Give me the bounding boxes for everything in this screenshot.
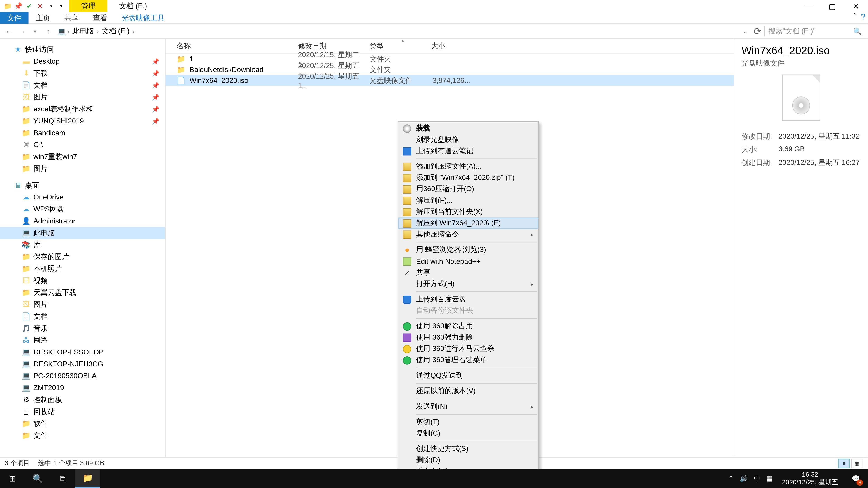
- context-tab[interactable]: 管理: [69, 0, 107, 12]
- nav-item[interactable]: 📁软件: [0, 418, 165, 430]
- nav-item[interactable]: 📁保存的图片: [0, 251, 165, 263]
- start-button[interactable]: ⊞: [0, 469, 25, 488]
- qat-pin-icon[interactable]: 📌: [13, 1, 24, 11]
- nav-item[interactable]: 💻PC-20190530OBLA: [0, 370, 165, 382]
- help-icon[interactable]: ?: [861, 12, 866, 24]
- nav-item[interactable]: 🎞视频: [0, 275, 165, 287]
- recent-dropdown-icon[interactable]: ▾: [29, 28, 42, 34]
- menu-item[interactable]: 上传到有道云笔记: [398, 145, 538, 157]
- col-modified[interactable]: 修改日期: [298, 41, 370, 51]
- menu-item[interactable]: 发送到(N)▸: [398, 401, 538, 412]
- nav-item[interactable]: ⬇下载📌: [0, 67, 165, 79]
- nav-item[interactable]: 📁Bandicam: [0, 127, 165, 139]
- taskview-button[interactable]: ⧉: [50, 469, 75, 488]
- nav-item[interactable]: 💻DESKTOP-NJEU3CG: [0, 358, 165, 370]
- explorer-taskbar-button[interactable]: 📁: [75, 469, 100, 488]
- menu-item[interactable]: 创建快捷方式(S): [398, 443, 538, 455]
- menu-item[interactable]: 使用 360进行木马云查杀: [398, 343, 538, 355]
- search-input[interactable]: 搜索"文档 (E:)" 🔍: [764, 26, 866, 36]
- menu-item[interactable]: 刻录光盘映像: [398, 134, 538, 145]
- nav-this-pc[interactable]: 💻此电脑: [0, 227, 165, 239]
- qat-close-icon[interactable]: ✕: [35, 1, 45, 11]
- nav-item[interactable]: 🗑回收站: [0, 406, 165, 418]
- file-row[interactable]: 📄Win7x64_2020.iso2020/12/25, 星期五 1...光盘映…: [166, 75, 734, 86]
- forward-button[interactable]: →: [16, 27, 29, 35]
- nav-item[interactable]: 💻ZMT2019: [0, 382, 165, 394]
- taskbar[interactable]: ⊞ 🔍 ⧉ 📁 ⌃ 🔊 中 ▦ 16:32 2020/12/25, 星期五 💬3: [0, 469, 868, 488]
- qat-check-icon[interactable]: ✔: [24, 1, 34, 11]
- nav-item[interactable]: 📁图片: [0, 163, 165, 175]
- menu-item[interactable]: 解压到当前文件夹(X): [398, 206, 538, 217]
- ime-indicator[interactable]: 中: [754, 474, 761, 483]
- nav-tree[interactable]: ★快速访问 ▬Desktop📌 ⬇下载📌 📄文档📌 🖼图片📌 📁excel表格制…: [0, 39, 166, 457]
- ribbon-tab-home[interactable]: 主页: [29, 12, 57, 24]
- menu-item[interactable]: 其他压缩命令▸: [398, 229, 538, 240]
- nav-item[interactable]: 📁YUNQISHI2019📌: [0, 115, 165, 127]
- search-button[interactable]: 🔍: [25, 469, 50, 488]
- view-large-button[interactable]: ▦: [851, 458, 863, 468]
- menu-item[interactable]: 装载: [398, 123, 538, 134]
- ribbon-collapse-icon[interactable]: ⌃: [852, 12, 857, 24]
- tray-app-icon[interactable]: ▦: [767, 475, 772, 482]
- menu-item[interactable]: 上传到百度云盘: [398, 294, 538, 305]
- nav-item[interactable]: 📄文档: [0, 311, 165, 322]
- nav-item[interactable]: 👤Administrator: [0, 215, 165, 227]
- ribbon-tab-tool[interactable]: 光盘映像工具: [114, 12, 172, 24]
- nav-quick-access[interactable]: ★快速访问: [0, 43, 165, 56]
- nav-item[interactable]: 📁excel表格制作求和📌: [0, 103, 165, 115]
- nav-item[interactable]: 📁天翼云盘下载: [0, 287, 165, 298]
- menu-item[interactable]: 使用 360强力删除: [398, 332, 538, 343]
- crumb-drive[interactable]: 文档 (E:): [100, 26, 131, 36]
- address-dropdown-icon[interactable]: ⌄: [739, 28, 751, 35]
- clock[interactable]: 16:32 2020/12/25, 星期五: [778, 470, 842, 486]
- volume-icon[interactable]: 🔊: [740, 475, 748, 482]
- column-headers[interactable]: 名称 修改日期 类型 大小: [166, 39, 734, 54]
- up-button[interactable]: ↑: [42, 27, 55, 35]
- menu-item[interactable]: 用 蜂蜜浏览器 浏览(3): [398, 244, 538, 256]
- nav-item[interactable]: 💻DESKTOP-LSSOEDP: [0, 346, 165, 358]
- back-button[interactable]: ←: [2, 27, 16, 35]
- menu-item[interactable]: 复制(C): [398, 428, 538, 439]
- menu-item[interactable]: 添加到 "Win7x64_2020.zip" (T): [398, 172, 538, 184]
- nav-item[interactable]: 📁文件: [0, 429, 165, 442]
- file-row[interactable]: 📁12020/12/15, 星期二 1...文件夹: [166, 54, 734, 64]
- nav-item[interactable]: 📁win7重装win7: [0, 151, 165, 163]
- notification-button[interactable]: 💬3: [848, 469, 864, 488]
- nav-item[interactable]: ▬Desktop📌: [0, 55, 165, 67]
- menu-item[interactable]: ↗共享: [398, 267, 538, 278]
- tray-up-icon[interactable]: ⌃: [728, 475, 734, 482]
- nav-item[interactable]: 📁本机照片: [0, 263, 165, 275]
- view-details-button[interactable]: ≡: [838, 458, 850, 468]
- menu-item[interactable]: 剪切(T): [398, 416, 538, 428]
- close-button[interactable]: ✕: [844, 0, 868, 12]
- menu-item[interactable]: 还原以前的版本(V): [398, 385, 538, 397]
- nav-item[interactable]: ☁WPS网盘: [0, 203, 165, 215]
- qat-dropdown-icon[interactable]: ▾: [56, 1, 67, 11]
- ribbon-tab-share[interactable]: 共享: [57, 12, 86, 24]
- nav-item[interactable]: ⛃G:\: [0, 139, 165, 151]
- maximize-button[interactable]: ▢: [820, 0, 844, 12]
- file-list-pane[interactable]: ▴ 名称 修改日期 类型 大小 📁12020/12/15, 星期二 1...文件…: [166, 39, 734, 457]
- ribbon-tab-file[interactable]: 文件: [0, 12, 29, 24]
- chevron-right-icon[interactable]: ›: [131, 28, 135, 35]
- menu-item[interactable]: 使用 360解除占用: [398, 321, 538, 332]
- refresh-icon[interactable]: ⟳: [751, 26, 764, 37]
- nav-network[interactable]: 🖧网络: [0, 334, 165, 346]
- minimize-button[interactable]: —: [796, 0, 820, 12]
- crumb-pc[interactable]: 此电脑: [70, 26, 96, 36]
- chevron-right-icon[interactable]: ›: [96, 28, 100, 35]
- nav-desktop[interactable]: 🖥桌面: [0, 180, 165, 191]
- nav-item[interactable]: ⚙控制面板: [0, 394, 165, 406]
- nav-item[interactable]: ☁OneDrive: [0, 191, 165, 203]
- chevron-right-icon[interactable]: ›: [66, 28, 70, 35]
- nav-item[interactable]: 🖼图片: [0, 298, 165, 311]
- menu-item[interactable]: 用360压缩打开(Q): [398, 184, 538, 195]
- menu-item[interactable]: Edit with Notepad++: [398, 256, 538, 267]
- menu-item[interactable]: 删除(D): [398, 455, 538, 466]
- system-tray[interactable]: ⌃ 🔊 中 ▦ 16:32 2020/12/25, 星期五 💬3: [728, 469, 868, 488]
- col-size[interactable]: 大小: [431, 41, 473, 51]
- ribbon-tab-view[interactable]: 查看: [86, 12, 115, 24]
- menu-item[interactable]: 添加到压缩文件(A)...: [398, 161, 538, 172]
- nav-item[interactable]: 🎵音乐: [0, 322, 165, 334]
- menu-item[interactable]: 打开方式(H)▸: [398, 278, 538, 289]
